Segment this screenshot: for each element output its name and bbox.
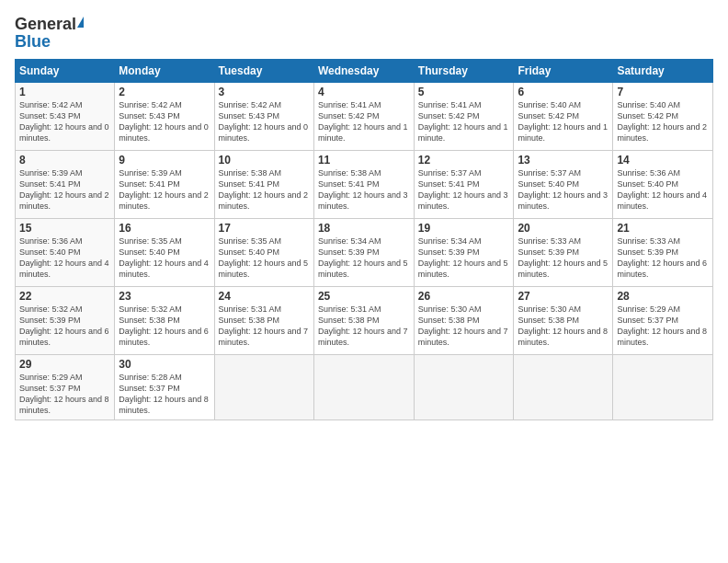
day-info: Sunrise: 5:37 AMSunset: 5:40 PMDaylight:… (518, 168, 608, 211)
day-number: 21 (617, 222, 709, 235)
day-info: Sunrise: 5:35 AMSunset: 5:40 PMDaylight:… (219, 236, 309, 279)
day-number: 12 (418, 154, 510, 167)
calendar-day-cell (414, 355, 514, 420)
calendar-day-cell: 1 Sunrise: 5:42 AMSunset: 5:43 PMDayligh… (16, 83, 115, 151)
day-number: 5 (418, 86, 510, 98)
day-of-week-header: Friday (514, 60, 613, 83)
calendar-day-cell: 25 Sunrise: 5:31 AMSunset: 5:38 PMDaylig… (313, 287, 414, 355)
calendar-week-row: 1 Sunrise: 5:42 AMSunset: 5:43 PMDayligh… (16, 83, 713, 151)
day-number: 11 (318, 154, 410, 167)
calendar-day-cell: 17 Sunrise: 5:35 AMSunset: 5:40 PMDaylig… (214, 219, 313, 287)
calendar-day-cell: 19 Sunrise: 5:34 AMSunset: 5:39 PMDaylig… (414, 219, 514, 287)
day-of-week-header: Wednesday (313, 60, 414, 83)
day-number: 19 (418, 222, 510, 235)
calendar-day-cell: 21 Sunrise: 5:33 AMSunset: 5:39 PMDaylig… (613, 219, 713, 287)
day-number: 13 (518, 154, 609, 167)
calendar-day-cell: 15 Sunrise: 5:36 AMSunset: 5:40 PMDaylig… (16, 219, 115, 287)
day-info: Sunrise: 5:30 AMSunset: 5:38 PMDaylight:… (418, 304, 508, 347)
day-info: Sunrise: 5:38 AMSunset: 5:41 PMDaylight:… (318, 168, 408, 211)
day-info: Sunrise: 5:34 AMSunset: 5:39 PMDaylight:… (318, 236, 408, 279)
calendar-day-cell: 7 Sunrise: 5:40 AMSunset: 5:42 PMDayligh… (613, 83, 713, 151)
day-of-week-header: Tuesday (214, 60, 313, 83)
calendar-week-row: 22 Sunrise: 5:32 AMSunset: 5:39 PMDaylig… (16, 287, 713, 355)
calendar-day-cell: 28 Sunrise: 5:29 AMSunset: 5:37 PMDaylig… (613, 287, 713, 355)
day-info: Sunrise: 5:33 AMSunset: 5:39 PMDaylight:… (518, 236, 608, 279)
day-number: 6 (518, 86, 609, 98)
day-info: Sunrise: 5:37 AMSunset: 5:41 PMDaylight:… (418, 168, 508, 211)
day-info: Sunrise: 5:36 AMSunset: 5:40 PMDaylight:… (617, 168, 707, 211)
day-info: Sunrise: 5:38 AMSunset: 5:41 PMDaylight:… (219, 168, 309, 211)
day-number: 10 (219, 154, 310, 167)
day-info: Sunrise: 5:39 AMSunset: 5:41 PMDaylight:… (119, 168, 209, 211)
calendar-week-row: 8 Sunrise: 5:39 AMSunset: 5:41 PMDayligh… (16, 151, 713, 219)
day-number: 28 (617, 290, 709, 303)
day-number: 24 (219, 290, 310, 303)
calendar-day-cell (214, 355, 313, 420)
calendar-day-cell: 26 Sunrise: 5:30 AMSunset: 5:38 PMDaylig… (414, 287, 514, 355)
day-info: Sunrise: 5:42 AMSunset: 5:43 PMDaylight:… (19, 100, 109, 143)
logo: General Blue (15, 15, 84, 52)
day-info: Sunrise: 5:30 AMSunset: 5:38 PMDaylight:… (518, 304, 608, 347)
day-number: 27 (518, 290, 609, 303)
calendar-container: General Blue SundayMondayTuesdayWednesda… (0, 0, 728, 563)
day-number: 30 (119, 358, 210, 371)
day-number: 3 (219, 86, 310, 98)
calendar-day-cell: 8 Sunrise: 5:39 AMSunset: 5:41 PMDayligh… (16, 151, 115, 219)
calendar-header-row: SundayMondayTuesdayWednesdayThursdayFrid… (16, 60, 713, 83)
day-number: 20 (518, 222, 609, 235)
calendar-day-cell: 3 Sunrise: 5:42 AMSunset: 5:43 PMDayligh… (214, 83, 313, 151)
calendar-day-cell (514, 355, 613, 420)
calendar-day-cell: 16 Sunrise: 5:35 AMSunset: 5:40 PMDaylig… (115, 219, 214, 287)
day-number: 26 (418, 290, 510, 303)
day-of-week-header: Saturday (613, 60, 713, 83)
day-info: Sunrise: 5:35 AMSunset: 5:40 PMDaylight:… (119, 236, 209, 279)
day-info: Sunrise: 5:42 AMSunset: 5:43 PMDaylight:… (219, 100, 309, 143)
day-number: 18 (318, 222, 410, 235)
day-info: Sunrise: 5:31 AMSunset: 5:38 PMDaylight:… (219, 304, 309, 347)
day-of-week-header: Thursday (414, 60, 514, 83)
calendar-day-cell: 23 Sunrise: 5:32 AMSunset: 5:38 PMDaylig… (115, 287, 214, 355)
calendar-day-cell: 2 Sunrise: 5:42 AMSunset: 5:43 PMDayligh… (115, 83, 214, 151)
day-info: Sunrise: 5:40 AMSunset: 5:42 PMDaylight:… (617, 100, 707, 143)
calendar-day-cell: 13 Sunrise: 5:37 AMSunset: 5:40 PMDaylig… (514, 151, 613, 219)
calendar-day-cell: 24 Sunrise: 5:31 AMSunset: 5:38 PMDaylig… (214, 287, 313, 355)
day-number: 8 (19, 154, 110, 167)
day-number: 23 (119, 290, 210, 303)
day-info: Sunrise: 5:41 AMSunset: 5:42 PMDaylight:… (418, 100, 508, 143)
calendar-day-cell: 27 Sunrise: 5:30 AMSunset: 5:38 PMDaylig… (514, 287, 613, 355)
day-info: Sunrise: 5:40 AMSunset: 5:42 PMDaylight:… (518, 100, 608, 143)
day-number: 29 (19, 358, 110, 371)
day-number: 2 (119, 86, 210, 98)
day-of-week-header: Sunday (16, 60, 115, 83)
calendar-day-cell: 22 Sunrise: 5:32 AMSunset: 5:39 PMDaylig… (16, 287, 115, 355)
calendar-day-cell: 29 Sunrise: 5:29 AMSunset: 5:37 PMDaylig… (16, 355, 115, 420)
day-info: Sunrise: 5:41 AMSunset: 5:42 PMDaylight:… (318, 100, 408, 143)
calendar-day-cell: 4 Sunrise: 5:41 AMSunset: 5:42 PMDayligh… (313, 83, 414, 151)
day-info: Sunrise: 5:29 AMSunset: 5:37 PMDaylight:… (19, 373, 109, 415)
header: General Blue (15, 15, 713, 52)
calendar-table: SundayMondayTuesdayWednesdayThursdayFrid… (15, 59, 713, 420)
day-info: Sunrise: 5:34 AMSunset: 5:39 PMDaylight:… (418, 236, 508, 279)
day-number: 17 (219, 222, 310, 235)
calendar-day-cell: 6 Sunrise: 5:40 AMSunset: 5:42 PMDayligh… (514, 83, 613, 151)
calendar-day-cell: 9 Sunrise: 5:39 AMSunset: 5:41 PMDayligh… (115, 151, 214, 219)
calendar-day-cell (313, 355, 414, 420)
day-of-week-header: Monday (115, 60, 214, 83)
day-info: Sunrise: 5:31 AMSunset: 5:38 PMDaylight:… (318, 304, 408, 347)
day-info: Sunrise: 5:29 AMSunset: 5:37 PMDaylight:… (617, 304, 707, 347)
day-info: Sunrise: 5:42 AMSunset: 5:43 PMDaylight:… (119, 100, 209, 143)
day-info: Sunrise: 5:28 AMSunset: 5:37 PMDaylight:… (119, 373, 209, 415)
logo-general: General (15, 15, 76, 34)
calendar-day-cell: 12 Sunrise: 5:37 AMSunset: 5:41 PMDaylig… (414, 151, 514, 219)
day-number: 22 (19, 290, 110, 303)
calendar-week-row: 15 Sunrise: 5:36 AMSunset: 5:40 PMDaylig… (16, 219, 713, 287)
calendar-day-cell: 10 Sunrise: 5:38 AMSunset: 5:41 PMDaylig… (214, 151, 313, 219)
day-info: Sunrise: 5:32 AMSunset: 5:39 PMDaylight:… (19, 304, 109, 347)
day-number: 15 (19, 222, 110, 235)
logo-blue: Blue (15, 32, 51, 52)
day-info: Sunrise: 5:33 AMSunset: 5:39 PMDaylight:… (617, 236, 707, 279)
calendar-day-cell: 5 Sunrise: 5:41 AMSunset: 5:42 PMDayligh… (414, 83, 514, 151)
day-number: 25 (318, 290, 410, 303)
day-number: 16 (119, 222, 210, 235)
calendar-day-cell: 14 Sunrise: 5:36 AMSunset: 5:40 PMDaylig… (613, 151, 713, 219)
